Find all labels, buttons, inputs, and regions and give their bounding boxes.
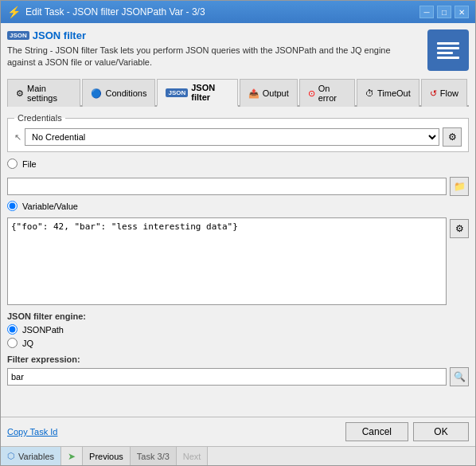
filter-input-row: 🔍 (7, 367, 469, 386)
header-section: JSON JSON filter The String - JSON filte… (7, 29, 469, 71)
variable-area: {"foo": 42, "bar": "less interesting dat… (7, 217, 469, 305)
form-area: Credentials ↖ No Credential ⚙ File (7, 113, 469, 410)
title-bar-controls: ─ □ ✕ (419, 6, 469, 18)
logo-lines (437, 42, 459, 59)
logo-line-2 (437, 47, 459, 49)
json-badge: JSON (7, 31, 29, 40)
credential-settings-button[interactable]: ⚙ (443, 127, 462, 147)
variable-radio[interactable] (7, 201, 18, 211)
settings-gear-icon: ⚙ (448, 131, 457, 143)
folder-icon: 📁 (454, 181, 466, 192)
json-filter-icon: JSON (166, 88, 188, 97)
filter-browse-button[interactable]: 🔍 (450, 367, 469, 386)
jsonpath-radio[interactable] (7, 324, 18, 335)
variable-textarea[interactable]: {"foo": 42, "bar": "less interesting dat… (7, 217, 447, 305)
credential-row: ↖ No Credential ⚙ (14, 127, 462, 147)
header-logo (427, 29, 469, 71)
variables-status[interactable]: ⬡ Variables (1, 447, 61, 465)
jq-radio[interactable] (7, 338, 18, 348)
logo-line-1 (437, 42, 459, 45)
title-bar-left: ⚡ Edit Task - JSON filter JSONPath Var -… (7, 6, 205, 18)
tab-on-error[interactable]: ⊙ On error (299, 79, 355, 107)
tab-flow[interactable]: ↺ Flow (421, 79, 467, 107)
main-settings-icon: ⚙ (16, 88, 24, 99)
filter-icon: 🔍 (454, 371, 466, 382)
tab-main-settings[interactable]: ⚙ Main settings (7, 79, 80, 107)
file-path-input[interactable] (7, 178, 447, 195)
main-window: ⚡ Edit Task - JSON filter JSONPath Var -… (0, 0, 476, 466)
task-id-section: Task 3/3 (131, 447, 177, 465)
next-button[interactable]: Next (177, 447, 209, 465)
output-icon: 📤 (248, 88, 259, 99)
jq-radio-row: JQ (7, 338, 469, 348)
status-arrow-icon: ➤ (68, 451, 76, 462)
variables-icon: ⬡ (7, 451, 15, 461)
tab-timeout[interactable]: ⏱ TimeOut (357, 79, 419, 107)
credentials-fieldset: Credentials ↖ No Credential ⚙ (7, 113, 469, 152)
variable-textarea-wrapper: {"foo": 42, "bar": "less interesting dat… (7, 217, 469, 305)
variable-icon: ⚙ (455, 223, 464, 234)
bottom-right-buttons: Cancel OK (345, 422, 469, 441)
conditions-icon: 🔵 (91, 88, 102, 99)
engine-label: JSON filter engine: (7, 311, 469, 321)
logo-line-4 (437, 57, 459, 59)
filter-expression-section: Filter expression: 🔍 (7, 354, 469, 386)
timeout-icon: ⏱ (365, 88, 374, 98)
credential-select[interactable]: No Credential (25, 128, 439, 146)
header-text: JSON JSON filter The String - JSON filte… (7, 29, 419, 69)
filter-expression-label: Filter expression: (7, 354, 469, 364)
jsonpath-radio-row: JSONPath (7, 324, 469, 335)
tab-bar: ⚙ Main settings 🔵 Conditions JSON JSON f… (7, 77, 469, 107)
tab-output[interactable]: 📤 Output (240, 79, 298, 107)
variable-settings-button[interactable]: ⚙ (450, 219, 469, 238)
jsonpath-label[interactable]: JSONPath (22, 325, 64, 335)
ok-button[interactable]: OK (413, 422, 469, 441)
credential-arrow-icon: ↖ (14, 132, 21, 143)
tab-json-filter[interactable]: JSON JSON filter (157, 79, 237, 107)
status-bar: ⬡ Variables ➤ Previous Task 3/3 Next (1, 446, 475, 465)
file-radio[interactable] (7, 159, 18, 169)
close-button[interactable]: ✕ (455, 6, 469, 18)
credentials-legend: Credentials (14, 113, 65, 123)
header-description: The String - JSON filter Task lets you p… (7, 45, 419, 69)
title-bar-icon: ⚡ (7, 6, 21, 18)
arrow-section: ➤ (61, 447, 83, 465)
logo-line-3 (437, 52, 453, 54)
file-radio-label[interactable]: File (22, 159, 37, 169)
title-bar: ⚡ Edit Task - JSON filter JSONPath Var -… (1, 1, 475, 23)
browse-file-button[interactable]: 📁 (450, 177, 469, 196)
flow-icon: ↺ (430, 88, 437, 99)
tab-conditions[interactable]: 🔵 Conditions (82, 79, 155, 107)
previous-button[interactable]: Previous (83, 447, 131, 465)
file-input-row: 📁 (7, 177, 469, 196)
content-area: JSON JSON filter The String - JSON filte… (1, 23, 475, 417)
engine-section: JSON filter engine: JSONPath JQ (7, 311, 469, 348)
variable-radio-label[interactable]: Variable/Value (22, 202, 78, 211)
minimize-button[interactable]: ─ (419, 6, 434, 18)
bottom-bar: Copy Task Id Cancel OK (1, 417, 475, 446)
filter-expression-input[interactable] (7, 368, 447, 386)
copy-task-id-button[interactable]: Copy Task Id (7, 427, 57, 437)
variable-radio-row: Variable/Value (7, 201, 469, 211)
header-title: JSON JSON filter (7, 29, 419, 41)
cancel-button[interactable]: Cancel (345, 422, 408, 441)
source-radio-group: File 📁 Variable/Value {"foo": 42, "bar":… (7, 159, 469, 305)
title-bar-text: Edit Task - JSON filter JSONPath Var - 3… (25, 6, 205, 18)
jq-label[interactable]: JQ (22, 339, 33, 348)
file-radio-row: File (7, 159, 469, 169)
on-error-icon: ⊙ (308, 88, 315, 99)
maximize-button[interactable]: □ (437, 6, 451, 18)
